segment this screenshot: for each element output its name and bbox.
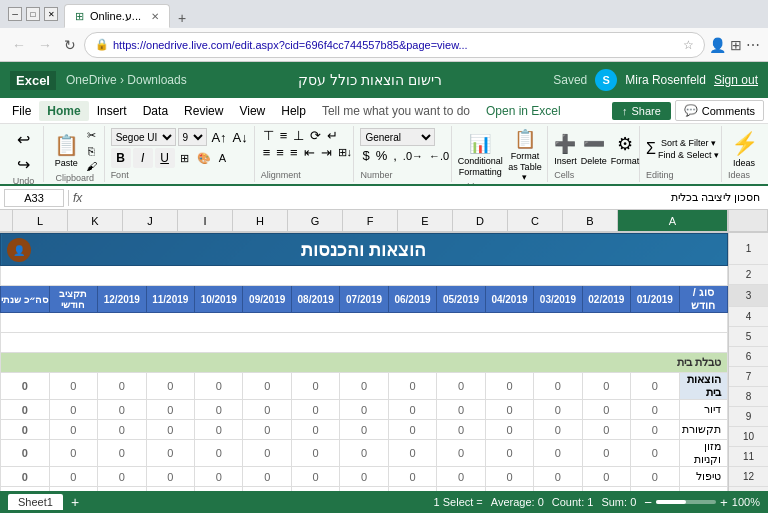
- col-header-E[interactable]: E: [398, 210, 453, 232]
- align-top-button[interactable]: ⊤: [261, 128, 276, 143]
- col-label-g[interactable]: 06/2019: [388, 286, 436, 313]
- label-cell[interactable]: הוצאות בית: [679, 373, 727, 400]
- border-button[interactable]: ⊞: [177, 151, 192, 166]
- row-num-4[interactable]: 4: [729, 307, 768, 327]
- menu-open-excel[interactable]: Open in Excel: [478, 101, 569, 121]
- add-sheet-button[interactable]: +: [71, 494, 79, 510]
- wrap-text-button[interactable]: ↵: [325, 128, 340, 143]
- close-button[interactable]: ✕: [44, 7, 58, 21]
- col-header-F[interactable]: F: [343, 210, 398, 232]
- sum-button[interactable]: Σ: [646, 140, 656, 158]
- font-name-select[interactable]: Segoe UI: [111, 128, 176, 146]
- row-num-7[interactable]: 7: [729, 367, 768, 387]
- col-header-A[interactable]: A: [618, 210, 728, 232]
- sign-out-link[interactable]: Sign out: [714, 73, 758, 87]
- col-header-G[interactable]: G: [288, 210, 343, 232]
- profile-button[interactable]: 👤: [709, 37, 726, 53]
- label-cell[interactable]: דיור: [679, 400, 727, 420]
- decrease-font-button[interactable]: A↓: [231, 130, 250, 145]
- italic-button[interactable]: I: [133, 148, 153, 168]
- align-left-button[interactable]: ≡: [261, 145, 273, 160]
- col-label-d[interactable]: 03/2019: [534, 286, 582, 313]
- font-color-button[interactable]: A: [216, 151, 229, 165]
- menu-button[interactable]: ⋯: [746, 37, 760, 53]
- formula-input[interactable]: [86, 192, 764, 204]
- find-select-button[interactable]: Find & Select ▾: [658, 150, 719, 160]
- browser-tab-active[interactable]: ⊞ Online.ע... ✕: [64, 4, 170, 28]
- align-bottom-button[interactable]: ⊥: [291, 128, 306, 143]
- col-label-l[interactable]: 11/2019: [146, 286, 194, 313]
- col-label-f[interactable]: 05/2019: [437, 286, 485, 313]
- insert-cells-button[interactable]: ➕ Insert: [554, 133, 577, 166]
- currency-button[interactable]: $: [360, 148, 371, 163]
- forward-button[interactable]: →: [34, 35, 56, 55]
- zoom-in-button[interactable]: +: [720, 495, 728, 510]
- col-header-B[interactable]: B: [563, 210, 618, 232]
- cut-button[interactable]: ✂: [84, 128, 99, 143]
- section-header-cell[interactable]: טבלת בית: [1, 353, 728, 373]
- decrease-indent-button[interactable]: ⇤: [302, 145, 317, 160]
- col-label-a[interactable]: סוג / חודש: [679, 286, 727, 313]
- cell-reference-input[interactable]: [4, 189, 64, 207]
- increase-decimal-button[interactable]: .0→: [401, 150, 425, 162]
- new-tab-button[interactable]: +: [172, 8, 192, 28]
- col-header-D[interactable]: D: [453, 210, 508, 232]
- menu-help[interactable]: Help: [273, 101, 314, 121]
- conditional-formatting-button[interactable]: 📊 Conditional Formatting: [458, 133, 503, 177]
- row-num-10[interactable]: 10: [729, 427, 768, 447]
- menu-data[interactable]: Data: [135, 101, 176, 121]
- comments-button[interactable]: 💬 Comments: [675, 100, 764, 121]
- share-button[interactable]: ↑ Share: [612, 102, 671, 120]
- maximize-button[interactable]: □: [26, 7, 40, 21]
- undo-button[interactable]: ↩: [14, 128, 33, 151]
- zoom-slider[interactable]: [656, 500, 716, 504]
- format-cells-button[interactable]: ⚙ Format: [611, 133, 640, 166]
- col-header-J[interactable]: J: [123, 210, 178, 232]
- row-num-12[interactable]: 12: [729, 467, 768, 487]
- col-label-i[interactable]: 08/2019: [291, 286, 339, 313]
- comma-button[interactable]: ,: [391, 148, 399, 163]
- underline-button[interactable]: U: [155, 148, 175, 168]
- col-header-K[interactable]: K: [68, 210, 123, 232]
- ideas-button[interactable]: ⚡ Ideas: [731, 131, 758, 168]
- row-num-9[interactable]: 9: [729, 407, 768, 427]
- row-num-8[interactable]: 8: [729, 387, 768, 407]
- menu-view[interactable]: View: [231, 101, 273, 121]
- delete-cells-button[interactable]: ➖ Delete: [581, 133, 607, 166]
- refresh-button[interactable]: ↻: [60, 35, 80, 55]
- orientation-button[interactable]: ⟳: [308, 128, 323, 143]
- row-num-5[interactable]: 5: [729, 327, 768, 347]
- col-header-I[interactable]: I: [178, 210, 233, 232]
- redo-button[interactable]: ↪: [14, 153, 33, 176]
- col-label-k[interactable]: 10/2019: [195, 286, 243, 313]
- increase-font-button[interactable]: A↑: [209, 130, 228, 145]
- decrease-decimal-button[interactable]: ←.0: [427, 150, 451, 162]
- minimize-button[interactable]: ─: [8, 7, 22, 21]
- row-num-3[interactable]: 3: [729, 285, 768, 307]
- label-cell[interactable]: מזון וקניות: [679, 440, 727, 467]
- increase-indent-button[interactable]: ⇥: [319, 145, 334, 160]
- number-format-select[interactable]: General: [360, 128, 435, 146]
- extensions-button[interactable]: ⊞: [730, 37, 742, 53]
- align-center-button[interactable]: ≡: [274, 145, 286, 160]
- menu-insert[interactable]: Insert: [89, 101, 135, 121]
- col-label-j[interactable]: 09/2019: [243, 286, 291, 313]
- skype-button[interactable]: S: [595, 69, 617, 91]
- menu-home[interactable]: Home: [39, 101, 88, 121]
- col-header-L[interactable]: L: [13, 210, 68, 232]
- col-label-c[interactable]: 02/2019: [582, 286, 630, 313]
- sort-filter-button[interactable]: Sort & Filter ▾: [658, 138, 719, 148]
- col-label-o[interactable]: סה״כ שנתי: [1, 286, 50, 313]
- paste-button[interactable]: 📋 Paste: [51, 131, 82, 170]
- col-label-e[interactable]: 04/2019: [485, 286, 533, 313]
- zoom-out-button[interactable]: −: [644, 495, 652, 510]
- menu-tell-me[interactable]: Tell me what you want to do: [314, 101, 478, 121]
- col-header-H[interactable]: H: [233, 210, 288, 232]
- menu-file[interactable]: File: [4, 101, 39, 121]
- col-label-h[interactable]: 07/2019: [340, 286, 388, 313]
- format-painter-button[interactable]: 🖌: [84, 159, 99, 173]
- title-cell[interactable]: 👤 הוצאות והכנסות: [1, 234, 728, 266]
- align-right-button[interactable]: ≡: [288, 145, 300, 160]
- align-middle-button[interactable]: ≡: [278, 128, 290, 143]
- copy-button[interactable]: ⎘: [84, 144, 99, 158]
